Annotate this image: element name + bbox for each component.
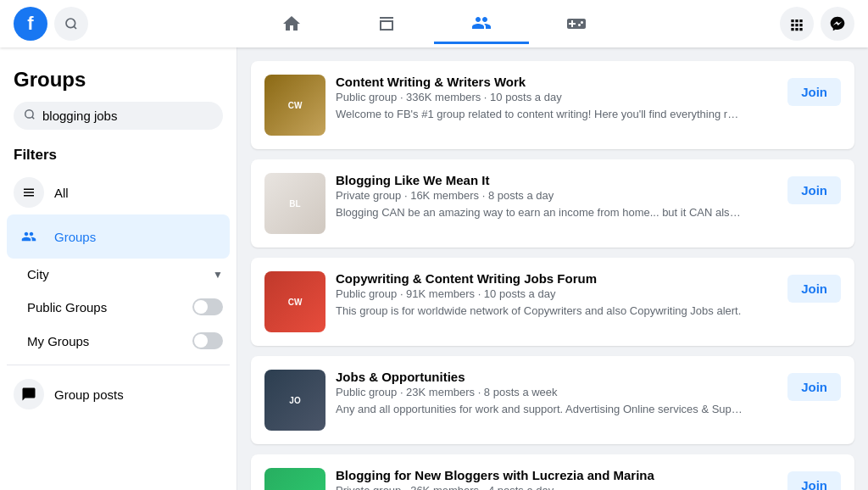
my-groups-filter[interactable]: My Groups: [20, 324, 230, 358]
group-thumbnail: CW: [264, 271, 326, 332]
thumb-label: BL: [286, 196, 303, 212]
city-filter[interactable]: City ▼: [20, 259, 230, 290]
nav-marketplace[interactable]: [339, 3, 434, 44]
search-button[interactable]: [54, 7, 88, 41]
search-input[interactable]: [42, 109, 213, 123]
join-button[interactable]: Join: [787, 176, 841, 204]
divider: [7, 365, 230, 365]
public-groups-filter[interactable]: Public Groups: [20, 290, 230, 324]
nav-center: [88, 3, 780, 44]
nav-gaming[interactable]: [529, 3, 624, 44]
group-meta: Public group · 23K members · 8 posts a w…: [336, 386, 777, 398]
svg-line-3: [32, 117, 35, 120]
group-thumbnail: JO: [264, 370, 326, 431]
sub-filters: City ▼ Public Groups My Groups: [20, 259, 230, 358]
group-description: This group is for worldwide network of C…: [336, 303, 743, 319]
public-groups-toggle[interactable]: [192, 298, 223, 315]
group-description: Any and all opportunities for work and s…: [336, 402, 743, 417]
filter-all-label: All: [54, 186, 69, 200]
svg-line-1: [74, 26, 76, 29]
all-icon: [14, 177, 44, 208]
group-info: Content Writing & Writers Work Public gr…: [336, 75, 777, 122]
city-label: City: [27, 267, 49, 281]
filter-all[interactable]: All: [7, 170, 230, 214]
group-posts-item[interactable]: Group posts: [7, 372, 230, 416]
group-card: BNB Blogging for New Bloggers with Lucre…: [251, 454, 854, 490]
filter-groups[interactable]: Groups: [7, 214, 230, 259]
filter-groups-label: Groups: [54, 230, 96, 244]
thumb-label: CW: [285, 97, 306, 114]
group-info: Blogging for New Bloggers with Lucrezia …: [336, 468, 777, 490]
nav-right: [780, 7, 854, 41]
group-thumbnail: CW: [264, 75, 326, 136]
groups-content: CW Content Writing & Writers Work Public…: [237, 47, 868, 490]
group-posts-icon: [14, 379, 44, 409]
svg-point-0: [66, 19, 75, 28]
sidebar: Groups Filters All Groups City: [0, 47, 237, 490]
my-groups-toggle[interactable]: [192, 332, 223, 349]
nav-groups[interactable]: [434, 3, 529, 44]
facebook-logo[interactable]: f: [14, 7, 47, 41]
public-groups-label: Public Groups: [27, 300, 107, 315]
group-description: Welcome to FB's #1 group related to cont…: [336, 107, 743, 122]
join-button[interactable]: Join: [787, 373, 841, 401]
group-name: Blogging Like We Mean It: [336, 173, 777, 187]
group-meta: Private group · 36K members · 4 posts a …: [336, 484, 777, 490]
group-meta: Public group · 91K members · 10 posts a …: [336, 287, 777, 300]
group-posts-label: Group posts: [54, 387, 124, 402]
join-button[interactable]: Join: [787, 275, 841, 303]
group-thumbnail: BL: [264, 173, 326, 234]
join-button[interactable]: Join: [787, 78, 841, 106]
nav-left: f: [14, 7, 88, 41]
my-groups-label: My Groups: [27, 334, 89, 348]
search-box[interactable]: [14, 102, 223, 130]
group-name: Jobs & Opportunities: [336, 370, 777, 384]
group-name: Blogging for New Bloggers with Lucrezia …: [336, 468, 777, 482]
group-description: Blogging CAN be an amazing way to earn a…: [336, 205, 743, 220]
group-meta: Private group · 16K members · 8 posts a …: [336, 189, 777, 202]
group-card: BL Blogging Like We Mean It Private grou…: [251, 159, 854, 248]
main-layout: Groups Filters All Groups City: [0, 47, 868, 490]
filters-label: Filters: [7, 143, 230, 170]
group-info: Copywriting & Content Writing Jobs Forum…: [336, 271, 777, 319]
thumb-label: CW: [285, 294, 306, 310]
group-card: JO Jobs & Opportunities Public group · 2…: [251, 356, 854, 444]
group-meta: Public group · 336K members · 10 posts a…: [336, 91, 777, 103]
groups-icon: [14, 221, 44, 252]
join-button[interactable]: Join: [787, 471, 841, 490]
chevron-down-icon: ▼: [213, 269, 223, 281]
thumb-label: JO: [286, 393, 303, 409]
group-card: CW Content Writing & Writers Work Public…: [251, 61, 854, 149]
group-thumbnail: BNB: [264, 468, 326, 490]
sidebar-title: Groups: [7, 61, 230, 102]
group-name: Content Writing & Writers Work: [336, 75, 777, 89]
group-info: Jobs & Opportunities Public group · 23K …: [336, 370, 777, 417]
messenger-button[interactable]: [821, 7, 854, 41]
group-info: Blogging Like We Mean It Private group ·…: [336, 173, 777, 220]
group-name: Copywriting & Content Writing Jobs Forum: [336, 271, 777, 286]
apps-button[interactable]: [780, 7, 814, 41]
search-icon: [24, 109, 36, 123]
svg-point-2: [25, 110, 33, 118]
nav-home[interactable]: [244, 3, 339, 44]
group-card: CW Copywriting & Content Writing Jobs Fo…: [251, 258, 854, 346]
top-nav: f: [0, 0, 868, 47]
